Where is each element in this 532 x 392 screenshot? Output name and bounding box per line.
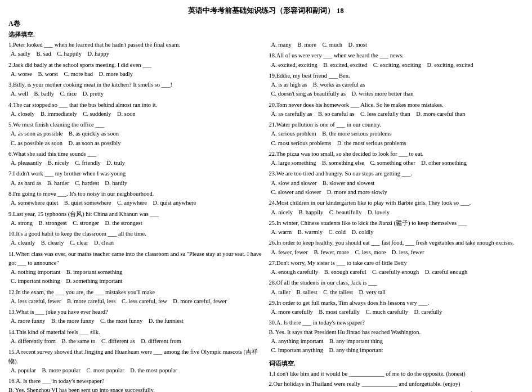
fill-q2: 2.Our holidays in Thailand were really _…	[269, 380, 524, 389]
q18: 18.All of us were very ___ when we heard…	[269, 51, 524, 70]
q5: 5.We must finish cleaning the office ___…	[8, 120, 263, 148]
q9: 9.Last year, 15 typhoons (台风) hit China …	[8, 210, 263, 228]
q14: 14.This kind of material feels ___ silk.…	[8, 328, 263, 346]
q17-options: A. many B. more C. much D. most	[269, 40, 524, 49]
q12: 12.In the exam, the ___ you are, the ___…	[8, 288, 263, 307]
q1: 1.Peter looked ___ when he learned that …	[8, 40, 263, 59]
q7: 7.I didn't work ___ my brother when I wa…	[8, 169, 263, 188]
page-title: 英语中考考前基础知识练习（形容词和副词） 18	[8, 6, 524, 16]
q2: 2.Jack did badly at the school sports me…	[8, 61, 263, 79]
q8: 8.I'm going to move ___. It's too noisy …	[8, 190, 263, 208]
section-a-label: A卷	[8, 19, 524, 29]
q20: 20.Tom never does his homework ___ Alice…	[269, 101, 524, 119]
right-column: A. many B. more C. much D. most 18.All o…	[269, 40, 524, 392]
q3: 3.Billy, is your mother cooking meat in …	[8, 80, 263, 99]
q15: 15.A recent survey showed that Jingjing …	[8, 348, 263, 375]
q30: 30.A. Is there ___ in today's newspaper?…	[269, 318, 524, 355]
section-choice-label: 选择填空.	[8, 30, 524, 39]
q19: 19.Eddie, my best friend ___ Ben. A. is …	[269, 71, 524, 99]
q21: 21.Water pollution is one of ___ in our …	[269, 120, 524, 148]
q25: 25.In winter, Chinese students like to k…	[269, 219, 524, 237]
q22: 22.The pizza was too small, so she decid…	[269, 150, 524, 168]
fill-q3: 3.The government is doing everything pos…	[269, 390, 524, 392]
left-column: 1.Peter looked ___ when he learned that …	[8, 40, 263, 392]
q6: 6.What she said this time sounds ___ A. …	[8, 150, 263, 168]
q28: 28.Of all the students in our class, Jac…	[269, 278, 524, 297]
q27: 27.Don't worry, My sister is ___ to take…	[269, 259, 524, 277]
q23: 23.We are too tired and hungry. So our s…	[269, 169, 524, 197]
q10: 10.It's a good habit to keep the classro…	[8, 229, 263, 248]
q16: 16.A. Is there ___ in today's newspaper?…	[8, 377, 263, 392]
q24: 24.Most children in our kindergarten lik…	[269, 199, 524, 217]
fill-section: 词语填空. 1.I don't like him and it would be…	[269, 359, 524, 393]
q4: 4.The car stopped so ___ that the bus be…	[8, 101, 263, 119]
q11: 11.When class was over, our maths teache…	[8, 250, 263, 286]
fill-q1: 1.I don't like him and it would be _____…	[269, 370, 524, 379]
q26: 26.In order to keep healthy, you should …	[269, 238, 524, 257]
q29: 29.In order to get full marks, Tim alway…	[269, 299, 524, 317]
q13: 13.What is ___ joke you have ever heard?…	[8, 308, 263, 326]
